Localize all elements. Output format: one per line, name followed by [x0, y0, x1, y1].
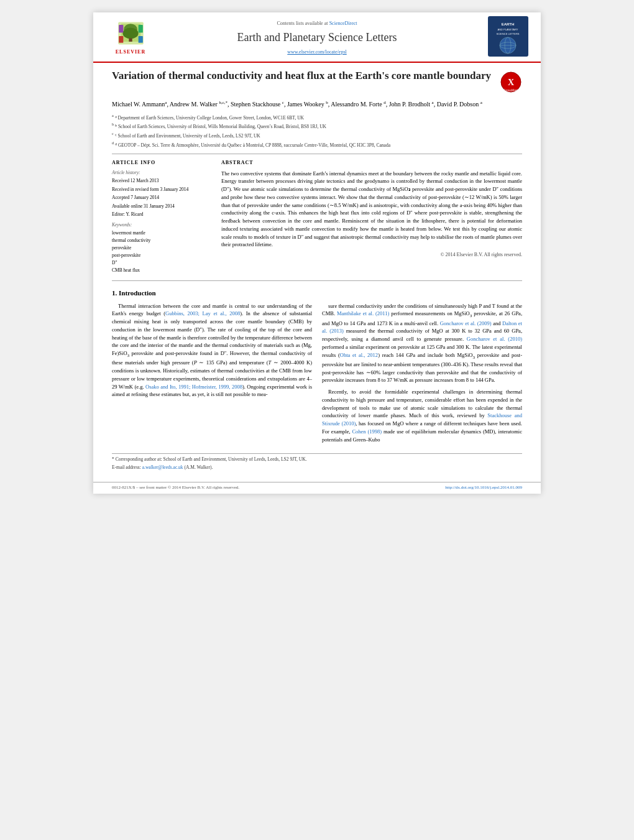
footnote-area: * Corresponding author at: School of Ear… [112, 453, 522, 471]
abstract-header: ABSTRACT [221, 159, 522, 166]
crossmark-icon: X CrossMark [500, 72, 522, 93]
svg-rect-7 [119, 25, 123, 33]
svg-rect-5 [119, 36, 123, 43]
intro-para-2: sure thermal conductivity under the cond… [322, 302, 522, 385]
copyright: © 2014 Elsevier B.V. All rights reserved… [221, 251, 522, 258]
svg-text:AND PLANETARY: AND PLANETARY [498, 28, 518, 31]
journal-url[interactable]: www.elsevier.com/locate/epsl [155, 48, 479, 56]
journal-header-center: Contents lists available at ScienceDirec… [155, 19, 479, 55]
keyword-6: CMB heat flux [112, 267, 211, 274]
svg-text:SCIENCE LETTERS: SCIENCE LETTERS [497, 32, 520, 35]
accepted-date: Accepted 7 January 2014 [112, 195, 211, 201]
sciencedirect-link[interactable]: ScienceDirect [329, 21, 357, 26]
bottom-bar: 0012-821X/$ – see front matter © 2014 El… [93, 482, 541, 494]
article-title: Variation of thermal conductivity and he… [112, 69, 500, 83]
authors: Michael W. Ammanna, Andrew M. Walker b,c… [112, 100, 522, 109]
svg-text:CrossMark: CrossMark [503, 88, 519, 92]
corresponding-author: * Corresponding author at: School of Ear… [112, 456, 522, 463]
affiliations: a ᵃ Department of Earth Sciences, Univer… [112, 113, 522, 149]
issn-text: 0012-821X/$ – see front matter © 2014 El… [112, 485, 239, 491]
elsevier-logo-area: ELSEVIER [106, 19, 155, 55]
abstract-text: The two convective systems that dominate… [221, 170, 522, 249]
email-line: E-mail address: a.walker@leeds.ac.uk (A.… [112, 464, 522, 471]
ref-dalton[interactable]: Dalton et al. (2013) [322, 320, 522, 335]
available-date: Available online 31 January 2014 [112, 203, 211, 210]
intro-col-right: sure thermal conductivity under the cond… [322, 302, 522, 448]
intro-body: Thermal interaction between the core and… [112, 302, 522, 448]
intro-para-1: Thermal interaction between the core and… [112, 302, 312, 399]
introduction-section: 1. Introduction Thermal interaction betw… [112, 288, 522, 447]
elsevier-logo: ELSEVIER [106, 19, 155, 55]
section-number: 1. [112, 289, 117, 297]
keywords-list: lowermost mantle thermal conductivity pe… [112, 229, 211, 274]
section-title-text: Introduction [119, 289, 156, 297]
article-info-col: ARTICLE INFO Article history: Received 1… [112, 159, 211, 275]
svg-rect-8 [138, 25, 142, 33]
ref-osako[interactable]: Osako and Ito, 1991; Hofmeister, 1999, 2… [145, 384, 242, 390]
crossmark-area: X CrossMark [500, 69, 522, 96]
affiliation-a: a ᵃ Department of Earth Sciences, Univer… [112, 113, 522, 121]
intro-para-3: Recently, to avoid the formidable experi… [322, 388, 522, 443]
svg-point-3 [122, 28, 138, 39]
ref-cohen[interactable]: Cohen (1998) [352, 428, 382, 435]
ref-goncharov2009[interactable]: Goncharov et al. (2009) [440, 320, 492, 326]
received-date: Received 12 March 2013 [112, 178, 211, 185]
article-info-header: ARTICLE INFO [112, 159, 211, 166]
email-link[interactable]: a.walker@leeds.ac.uk [142, 464, 183, 470]
info-abstract-section: ARTICLE INFO Article history: Received 1… [112, 159, 522, 275]
editor: Editor: Y. Ricard [112, 211, 211, 218]
ref-stackhouse[interactable]: Stackhouse and Stixrude (2010) [322, 412, 522, 427]
page: ELSEVIER Contents lists available at Sci… [93, 12, 541, 494]
ref-gubbins[interactable]: Gubbins, 2003; Lay et al., 2008 [165, 310, 240, 316]
section-title: 1. Introduction [112, 288, 522, 298]
affiliation-b: b ᵇ School of Earth Sciences, University… [112, 121, 522, 130]
keyword-2: thermal conductivity [112, 237, 211, 244]
svg-rect-6 [138, 36, 142, 43]
divider-1 [112, 154, 522, 154]
keywords-label: Keywords: [112, 222, 211, 229]
svg-text:X: X [508, 78, 514, 87]
keyword-5: D″ [112, 259, 211, 267]
intro-col-left: Thermal interaction between the core and… [112, 302, 312, 448]
ref-ohta[interactable]: Ohta et al., 2012 [340, 352, 378, 358]
svg-text:EARTH: EARTH [502, 22, 515, 26]
keyword-1: lowermost mantle [112, 229, 211, 237]
earth-logo-area: EARTH AND PLANETARY SCIENCE LETTERS [479, 16, 528, 59]
earth-logo-icon: EARTH AND PLANETARY SCIENCE LETTERS [488, 16, 528, 57]
contents-text: Contents lists available at ScienceDirec… [155, 19, 479, 27]
affiliation-c: c ᶜ School of Earth and Environment, Uni… [112, 131, 522, 139]
keyword-4: post-perovskite [112, 252, 211, 259]
doi-link[interactable]: http://dx.doi.org/10.1016/j.epsl.2014.01… [445, 485, 522, 491]
revised-date: Received in revised form 3 January 2014 [112, 187, 211, 193]
abstract-col: ABSTRACT The two convective systems that… [221, 159, 522, 275]
divider-2 [112, 280, 522, 281]
affiliation-d: d ᵈ GEOTOP – Dépt. Sci. Terre & Atmosphè… [112, 140, 522, 149]
history-label: Article history: [112, 170, 211, 177]
article-title-row: Variation of thermal conductivity and he… [112, 69, 522, 96]
journal-title: Earth and Planetary Science Letters [155, 30, 479, 45]
svg-rect-4 [129, 39, 132, 42]
journal-header: ELSEVIER Contents lists available at Sci… [93, 12, 541, 63]
ref-manthilake[interactable]: Manthilake et al. (2011) [337, 310, 389, 316]
ref-goncharov2010[interactable]: Goncharov et al. (2010) [467, 336, 522, 342]
keyword-3: perovskite [112, 244, 211, 252]
article-body: Variation of thermal conductivity and he… [93, 63, 541, 479]
elsevier-tree-icon [114, 19, 148, 47]
elsevier-label: ELSEVIER [116, 48, 145, 55]
